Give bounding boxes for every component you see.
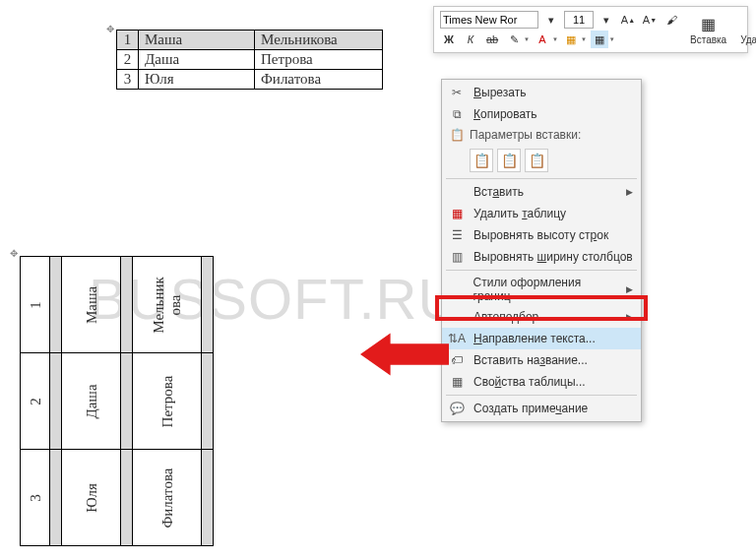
cut-icon: ✂ (448, 85, 466, 100)
cell-first[interactable]: Маша (139, 31, 255, 50)
context-menu: ✂ Вырезать ⧉ Копировать 📋 Параметры вста… (441, 79, 642, 422)
paste-keep-source-icon[interactable]: 📋 (470, 149, 493, 172)
cell-num[interactable]: 3 (21, 450, 50, 546)
font-name-select[interactable] (440, 11, 538, 29)
ctx-label: Автоподбор (473, 310, 538, 324)
ctx-paste-header: 📋 Параметры вставки: (442, 125, 641, 145)
cell-stripe (202, 353, 214, 450)
distribute-cols-icon: ▥ (448, 249, 466, 265)
ctx-insert-caption[interactable]: 🏷 Вставить название... (442, 349, 641, 371)
cell-stripe (202, 450, 214, 546)
vertical-table[interactable]: 1 Маша Мельник ова 2 Даша Петрова 3 Юля … (20, 256, 214, 546)
borders-button[interactable]: ▦ (591, 31, 608, 48)
cell-num[interactable]: 2 (117, 50, 139, 70)
chevron-down-icon[interactable]: ▼ (609, 36, 615, 42)
ctx-label: Выровнять ширину столбцов (473, 250, 633, 264)
properties-icon: ▦ (448, 374, 466, 390)
separator (446, 395, 637, 396)
ctx-label: Направление текста... (473, 332, 596, 345)
ctx-label: Стили оформления границ (473, 276, 618, 303)
ctx-insert[interactable]: Вставить ▶ (442, 181, 641, 203)
ctx-border-styles[interactable]: Стили оформления границ ▶ (442, 273, 641, 306)
ctx-label: Выровнять высоту строк (473, 228, 608, 242)
annotation-arrow-icon (360, 325, 449, 384)
cell-first[interactable]: Юля (139, 70, 255, 90)
cell-stripe (50, 450, 62, 546)
blank-icon (448, 309, 466, 325)
cell-last[interactable]: Мельник ова (133, 257, 202, 353)
separator (446, 178, 637, 179)
cell-last[interactable]: Мельникова (255, 31, 383, 50)
ctx-table-properties[interactable]: ▦ Свойства таблицы... (442, 371, 641, 393)
chevron-down-icon[interactable]: ▼ (524, 36, 530, 42)
caption-icon: 🏷 (448, 352, 466, 368)
cell-last[interactable]: Петрова (255, 50, 383, 70)
ctx-label: Вставить (473, 185, 524, 199)
delete-table-button[interactable]: ▦✖ Удаление (736, 12, 756, 47)
cell-last[interactable]: Филатова (255, 70, 383, 90)
ctx-label: Копировать (473, 107, 537, 121)
chevron-right-icon: ▶ (626, 187, 633, 197)
copy-icon: ⧉ (448, 106, 466, 122)
top-table[interactable]: 1 Маша Мельникова 2 Даша Петрова 3 Юля Ф… (116, 30, 383, 90)
ctx-paste-options: 📋 📋 📋 (442, 145, 641, 176)
cell-last[interactable]: Филатова (133, 450, 202, 546)
delete-table-icon: ▦ (448, 206, 466, 221)
table-row[interactable]: 3 Юля Филатова (117, 70, 383, 90)
grow-font-button[interactable]: A▲ (619, 11, 637, 29)
table-row[interactable]: 1 Маша Мельник ова (21, 257, 214, 353)
ctx-distribute-rows[interactable]: ☰ Выровнять высоту строк (442, 224, 641, 246)
chevron-right-icon: ▶ (626, 312, 633, 322)
italic-button[interactable]: К (462, 31, 479, 48)
ctx-autofit[interactable]: Автоподбор ▶ (442, 306, 641, 328)
separator (446, 270, 637, 271)
chevron-down-icon[interactable]: ▼ (581, 36, 587, 42)
font-color-button[interactable]: A (534, 31, 551, 48)
insert-table-button[interactable]: ▦ Вставка (686, 12, 730, 47)
delete-label: Удаление (740, 34, 756, 45)
cell-first[interactable]: Даша (139, 50, 255, 70)
strike-button[interactable]: ab (483, 31, 501, 48)
paste-icon: 📋 (448, 127, 466, 143)
font-size-dropdown-icon[interactable]: ▾ (598, 11, 615, 29)
insert-label: Вставка (690, 34, 726, 45)
shrink-font-button[interactable]: A▼ (641, 11, 659, 29)
ctx-delete-table[interactable]: ▦ Удалить таблицу (442, 203, 641, 224)
cell-first[interactable]: Юля (62, 450, 121, 546)
table-row[interactable]: 3 Юля Филатова (21, 450, 214, 546)
font-name-dropdown-icon[interactable]: ▾ (542, 11, 560, 29)
ctx-label: Свойства таблицы... (473, 375, 586, 389)
ctx-label: Вырезать (473, 86, 526, 99)
svg-marker-0 (360, 333, 449, 375)
table-row[interactable]: 2 Даша Петрова (117, 50, 383, 70)
cell-num[interactable]: 1 (21, 257, 50, 353)
distribute-rows-icon: ☰ (448, 227, 466, 243)
font-size-select[interactable] (564, 11, 594, 29)
cell-first[interactable]: Маша (62, 257, 121, 353)
paste-text-only-icon[interactable]: 📋 (525, 149, 548, 172)
cell-stripe (50, 257, 62, 353)
ctx-cut[interactable]: ✂ Вырезать (442, 82, 641, 103)
shading-button[interactable]: ▦ (562, 31, 580, 48)
ctx-new-comment[interactable]: 💬 Создать примечание (442, 398, 641, 419)
table-move-handle-icon[interactable]: ✥ (10, 248, 18, 259)
insert-table-icon: ▦ (699, 14, 719, 33)
table-move-handle-icon[interactable]: ✥ (106, 24, 114, 34)
highlight-button[interactable]: ✎ (505, 31, 523, 48)
ctx-distribute-cols[interactable]: ▥ Выровнять ширину столбцов (442, 246, 641, 268)
format-painter-button[interactable]: 🖌 (662, 11, 680, 29)
ctx-label: Вставить название... (473, 353, 588, 367)
bold-button[interactable]: Ж (440, 31, 458, 48)
chevron-down-icon[interactable]: ▼ (552, 36, 558, 42)
table-row[interactable]: 1 Маша Мельникова (117, 31, 383, 50)
ctx-copy[interactable]: ⧉ Копировать (442, 103, 641, 125)
paste-merge-icon[interactable]: 📋 (497, 149, 521, 172)
cell-stripe (202, 257, 214, 353)
cell-first[interactable]: Даша (62, 353, 121, 450)
ctx-text-direction[interactable]: ⇅A Направление текста... (442, 328, 641, 349)
cell-num[interactable]: 2 (21, 353, 50, 450)
cell-num[interactable]: 3 (117, 70, 139, 90)
table-row[interactable]: 2 Даша Петрова (21, 353, 214, 450)
cell-num[interactable]: 1 (117, 31, 139, 50)
cell-last[interactable]: Петрова (133, 353, 202, 450)
